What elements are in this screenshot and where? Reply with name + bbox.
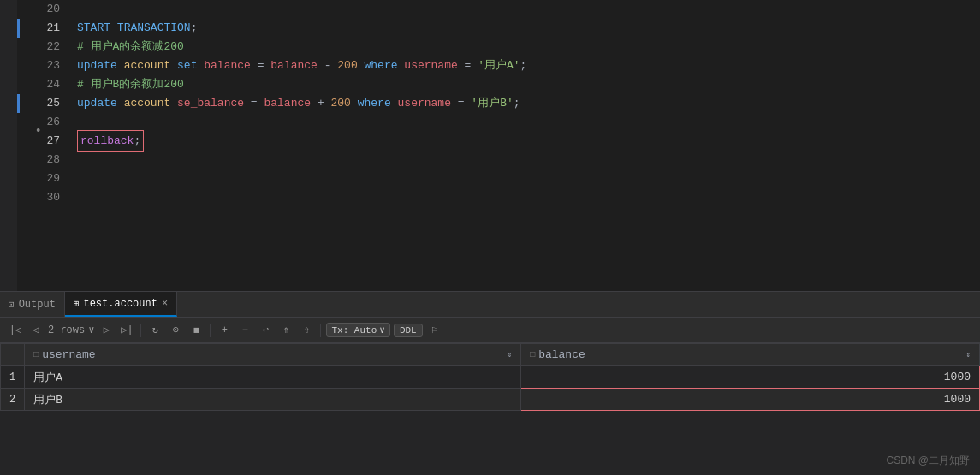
username-col-icon: □: [33, 350, 39, 359]
result-table-container: □ username ⇕ □ balance ⇕: [0, 343, 980, 411]
rows-count: 2 rows: [48, 324, 85, 336]
separator-1: [140, 324, 141, 337]
export-button[interactable]: ⇧: [298, 322, 315, 339]
tab-close-button[interactable]: ×: [162, 298, 168, 310]
tab-output-label: Output: [19, 299, 56, 311]
row-1-username[interactable]: 用户A: [25, 366, 521, 389]
row-1-balance[interactable]: 1000: [521, 366, 980, 389]
code-line-25: update account se_balance = balance + 20…: [77, 94, 980, 113]
code-line-26: [77, 113, 980, 132]
indicator-20: [17, 0, 20, 19]
line-num-28: 28: [17, 151, 60, 169]
line-num-24: 24: [17, 75, 60, 94]
watermark: CSDN @二月知野: [886, 454, 970, 468]
indicator-21: [17, 19, 20, 38]
next-button[interactable]: ▷: [98, 322, 115, 339]
line-num-21: 21: [17, 19, 60, 38]
code-line-29: [77, 169, 980, 188]
balance-col-icon: □: [530, 350, 535, 359]
row-2-username[interactable]: 用户B: [25, 389, 521, 411]
code-line-30: [77, 188, 980, 207]
row-1-num: 1: [1, 366, 25, 389]
line-num-29: 29: [17, 169, 60, 188]
separator-3: [320, 324, 321, 337]
table-row: 2 用户B 1000: [1, 389, 980, 411]
line-num-20: 20: [17, 0, 60, 19]
line-num-25: 25: [17, 94, 60, 113]
table-header-row: □ username ⇕ □ balance ⇕: [1, 344, 980, 366]
ddl-label: DDL: [400, 325, 417, 335]
line-num-30: 30: [17, 188, 60, 207]
save-button[interactable]: ⇑: [277, 322, 294, 339]
tab-account-label: test.account: [83, 298, 157, 310]
line-num-26: • 26: [17, 113, 60, 132]
line-num-23: 23: [17, 56, 60, 75]
first-page-button[interactable]: |◁: [7, 322, 24, 339]
tx-label: Tx: Auto: [331, 325, 377, 335]
tab-account[interactable]: ⊞ test.account ×: [65, 292, 177, 317]
tx-dropdown[interactable]: Tx: Auto ∨: [326, 323, 389, 337]
code-line-22: # 用户A的余额减200: [77, 38, 980, 56]
code-content[interactable]: START TRANSACTION; # 用户A的余额减200 update a…: [68, 0, 980, 291]
output-icon: ⊡: [9, 299, 15, 310]
prev-button[interactable]: ◁: [27, 322, 45, 339]
rows-info: 2 rows ∨: [48, 324, 94, 336]
code-line-27: rollback;: [77, 132, 980, 151]
balance-col-label: balance: [538, 348, 585, 361]
ddl-button[interactable]: DDL: [394, 324, 423, 337]
tab-output[interactable]: ⊡ Output: [0, 292, 65, 317]
bottom-panel: ⊡ Output ⊞ test.account × |◁ ◁ 2 rows ∨ …: [0, 291, 980, 475]
code-line-23: update account set balance = balance - 2…: [77, 56, 980, 75]
line-numbers: 20 21 22 23 24 25 • 26 27 28 29 30: [17, 0, 68, 291]
row-num-header: [1, 344, 25, 366]
code-line-24: # 用户B的余额加200: [77, 75, 980, 94]
code-line-20: [77, 0, 980, 19]
remove-row-button[interactable]: −: [236, 322, 253, 339]
result-table: □ username ⇕ □ balance ⇕: [0, 343, 980, 411]
left-sidebar: [0, 0, 17, 291]
line-num-27: 27: [17, 132, 60, 151]
balance-sort-icon[interactable]: ⇕: [966, 350, 971, 359]
code-line-28: [77, 151, 980, 169]
table-row: 1 用户A 1000: [1, 366, 980, 389]
line-num-22: 22: [17, 38, 60, 56]
rollback-text: rollback;: [77, 130, 144, 152]
username-col-label: username: [42, 348, 95, 361]
col-header-username[interactable]: □ username ⇕: [25, 344, 521, 366]
refresh-button[interactable]: ↻: [146, 322, 163, 339]
stop-button[interactable]: ⊙: [167, 322, 184, 339]
editor-area: 20 21 22 23 24 25 • 26 27 28 29 30: [0, 0, 980, 291]
code-line-21: START TRANSACTION;: [77, 19, 980, 38]
cancel-button[interactable]: ◼: [187, 322, 205, 339]
separator-2: [210, 324, 211, 337]
tab-bar: ⊡ Output ⊞ test.account ×: [0, 292, 980, 318]
col-header-balance[interactable]: □ balance ⇕: [521, 344, 980, 366]
toolbar: |◁ ◁ 2 rows ∨ ▷ ▷| ↻ ⊙ ◼ + − ↩ ⇑ ⇧ Tx: A…: [0, 318, 980, 343]
settings-button[interactable]: ⚐: [426, 322, 443, 339]
indicator-25: [17, 94, 20, 113]
username-sort-icon[interactable]: ⇕: [508, 350, 512, 359]
revert-button[interactable]: ↩: [257, 322, 274, 339]
tx-chevron: ∨: [379, 324, 385, 335]
row-2-num: 2: [1, 389, 25, 411]
last-page-button[interactable]: ▷|: [118, 322, 135, 339]
table-icon: ⊞: [74, 298, 80, 309]
add-row-button[interactable]: +: [216, 322, 233, 339]
row-2-balance[interactable]: 1000: [521, 389, 980, 411]
rows-dropdown-icon[interactable]: ∨: [88, 324, 94, 336]
